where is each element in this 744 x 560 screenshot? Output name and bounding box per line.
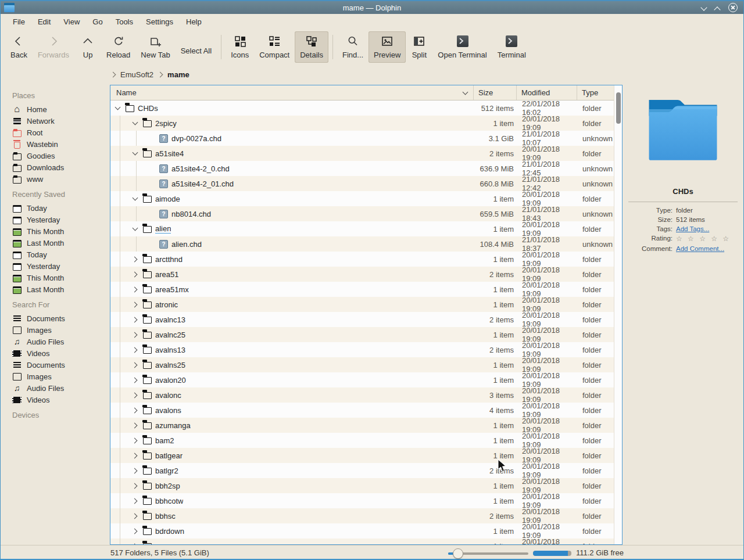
sidebar-item[interactable]: This Month — [1, 225, 109, 237]
table-row[interactable]: 2spicy 1 item 20/01/2018 19:09 folder — [110, 116, 622, 131]
expander-icon[interactable] — [131, 451, 140, 460]
back-button[interactable]: Back — [5, 31, 33, 63]
table-row[interactable]: atronic 1 item 20/01/2018 19:09 folder — [110, 297, 622, 312]
column-header-modified[interactable]: Modified — [516, 85, 577, 100]
table-row[interactable]: batlgr2 2 items 20/01/2018 19:09 folder — [110, 463, 622, 478]
sidebar-item[interactable]: Last Month — [1, 237, 109, 249]
minimize-icon[interactable] — [702, 5, 707, 10]
sidebar-item[interactable]: Yesterday — [1, 214, 109, 225]
select-all-button[interactable]: Select All — [176, 36, 217, 59]
sidebar-item[interactable]: Today — [1, 249, 109, 260]
table-row[interactable]: bbh2sp 1 item 20/01/2018 19:09 folder — [110, 478, 622, 493]
expander-icon[interactable] — [131, 195, 140, 203]
table-row[interactable]: azumanga 1 item 20/01/2018 19:09 folder — [110, 418, 622, 433]
menu-item[interactable]: Settings — [140, 14, 180, 30]
table-row[interactable]: a51site4-2_01.chd 660.8 MiB 21/01/2018 1… — [110, 176, 622, 191]
table-row[interactable]: avalonc 3 items 20/01/2018 19:09 folder — [110, 387, 622, 403]
compact-view-button[interactable]: Compact — [254, 31, 295, 63]
expander-icon[interactable] — [131, 285, 140, 293]
table-row[interactable]: avalnc25 1 item 20/01/2018 19:09 folder — [110, 327, 622, 342]
zoom-slider[interactable] — [448, 552, 528, 555]
sidebar-item[interactable]: Network — [1, 115, 109, 127]
table-row[interactable]: a51site4 2 items 20/01/2018 19:09 folder — [110, 146, 622, 161]
sidebar-item[interactable]: This Month — [1, 272, 109, 283]
sidebar-item[interactable]: Audio Files — [1, 336, 109, 347]
table-row[interactable]: area51mx 1 item 20/01/2018 19:09 folder — [110, 282, 622, 297]
sidebar-item[interactable]: Last Month — [1, 283, 109, 295]
table-row[interactable]: bbhcotw 1 item 20/01/2018 19:09 folder — [110, 493, 622, 508]
menu-item[interactable]: Tools — [109, 14, 140, 30]
sidebar-item[interactable]: Images — [1, 371, 109, 382]
expander-icon[interactable] — [131, 315, 140, 324]
table-row[interactable]: alien.chd 108.4 MiB 21/01/2018 18:37 unk… — [110, 236, 622, 252]
up-button[interactable]: Up — [74, 31, 101, 63]
details-view-button[interactable]: Details — [295, 31, 328, 63]
table-row[interactable]: nb8014.chd 659.5 MiB 21/01/2018 18:43 un… — [110, 206, 622, 221]
table-row[interactable]: bam2 1 item 20/01/2018 19:09 folder — [110, 433, 622, 448]
expander-icon[interactable] — [131, 331, 140, 339]
expander-icon[interactable] — [131, 225, 140, 233]
table-row[interactable]: avalns25 1 item 20/01/2018 19:09 folder — [110, 357, 622, 372]
menu-item[interactable]: File — [6, 14, 31, 30]
table-row[interactable]: alien 1 item 20/01/2018 19:09 folder — [110, 221, 622, 236]
find-button[interactable]: Find... — [337, 31, 369, 63]
menu-item[interactable]: Edit — [31, 14, 57, 30]
menu-item[interactable]: Go — [86, 14, 109, 30]
expander-icon[interactable] — [131, 542, 140, 544]
expander-icon[interactable] — [131, 436, 140, 444]
table-row[interactable]: avalnc13 2 items 20/01/2018 19:09 folder — [110, 312, 622, 327]
table-row[interactable]: bbhsc 2 items 20/01/2018 19:09 folder — [110, 508, 622, 523]
table-row[interactable]: avalns13 2 items 20/01/2018 19:09 folder — [110, 342, 622, 357]
scrollbar-thumb[interactable] — [616, 92, 621, 124]
sidebar-item[interactable]: Documents — [1, 313, 109, 324]
expander-icon[interactable] — [131, 421, 140, 429]
sidebar-item[interactable]: Home — [1, 103, 109, 115]
sidebar-item[interactable]: Wastebin — [1, 138, 109, 150]
close-icon[interactable] — [728, 3, 738, 12]
table-row[interactable]: batlgear 1 item 20/01/2018 19:09 folder — [110, 448, 622, 463]
column-header-name[interactable]: Name — [110, 85, 473, 100]
sidebar-item[interactable]: Today — [1, 202, 109, 214]
table-row[interactable]: 1 item 20/01/2018 19:09 folder — [110, 539, 622, 544]
table-row[interactable]: dvp-0027a.chd 3.1 GiB 21/01/2018 10:07 u… — [110, 131, 622, 146]
sidebar-item[interactable]: Videos — [1, 347, 109, 359]
sidebar-item[interactable]: Documents — [1, 359, 109, 371]
zoom-slider-handle[interactable] — [453, 548, 463, 559]
expander-icon[interactable] — [131, 149, 140, 157]
table-row[interactable]: avalon20 1 item 20/01/2018 19:09 folder — [110, 372, 622, 387]
rating-stars[interactable]: ☆ ☆ ☆ ☆ ☆ — [676, 235, 743, 243]
sidebar-item[interactable]: www — [1, 173, 109, 185]
expander-icon[interactable] — [131, 406, 140, 414]
table-row[interactable]: CHDs 512 items 22/01/2018 16:02 folder — [110, 100, 622, 116]
preview-button[interactable]: Preview — [369, 31, 406, 63]
table-row[interactable]: arctthnd 1 item 20/01/2018 19:09 folder — [110, 252, 622, 267]
menu-item[interactable]: View — [57, 14, 86, 30]
table-row[interactable]: bdrdown 1 item 20/01/2018 19:09 folder — [110, 523, 622, 539]
expander-icon[interactable] — [131, 376, 140, 384]
sidebar-item[interactable]: Yesterday — [1, 260, 109, 272]
icons-view-button[interactable]: Icons — [226, 31, 254, 63]
breadcrumb-parent[interactable]: EmuSoft2 — [120, 70, 153, 79]
maximize-icon[interactable] — [715, 5, 720, 10]
expander-icon[interactable] — [131, 497, 140, 505]
expander-icon[interactable] — [131, 482, 140, 490]
expander-icon[interactable] — [114, 104, 122, 112]
expander-icon[interactable] — [131, 512, 140, 520]
sidebar-item[interactable]: Images — [1, 324, 109, 336]
expander-icon[interactable] — [131, 270, 140, 278]
sidebar-item[interactable]: Videos — [1, 394, 109, 405]
expander-icon[interactable] — [131, 527, 140, 535]
expander-icon[interactable] — [131, 361, 140, 369]
table-row[interactable]: a51site4-2_0.chd 636.9 MiB 21/01/2018 12… — [110, 161, 622, 176]
add-tags-link[interactable]: Add Tags... — [676, 225, 743, 232]
expander-icon[interactable] — [131, 255, 140, 263]
table-row[interactable]: aimode 1 item 20/01/2018 19:09 folder — [110, 191, 622, 206]
menu-item[interactable]: Help — [180, 14, 208, 30]
expander-icon[interactable] — [131, 346, 140, 354]
expander-icon[interactable] — [131, 391, 140, 399]
reload-button[interactable]: Reload — [101, 31, 135, 63]
split-button[interactable]: Split — [406, 31, 432, 63]
vertical-scrollbar[interactable] — [614, 85, 622, 544]
table-row[interactable]: avalons 4 items 20/01/2018 19:09 folder — [110, 403, 622, 418]
column-header-size[interactable]: Size — [473, 85, 516, 100]
